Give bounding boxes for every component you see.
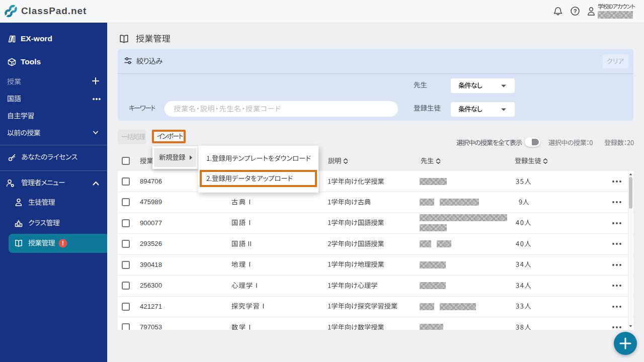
svg-text:!: ! [62, 240, 64, 247]
svg-text:?: ? [574, 8, 577, 14]
